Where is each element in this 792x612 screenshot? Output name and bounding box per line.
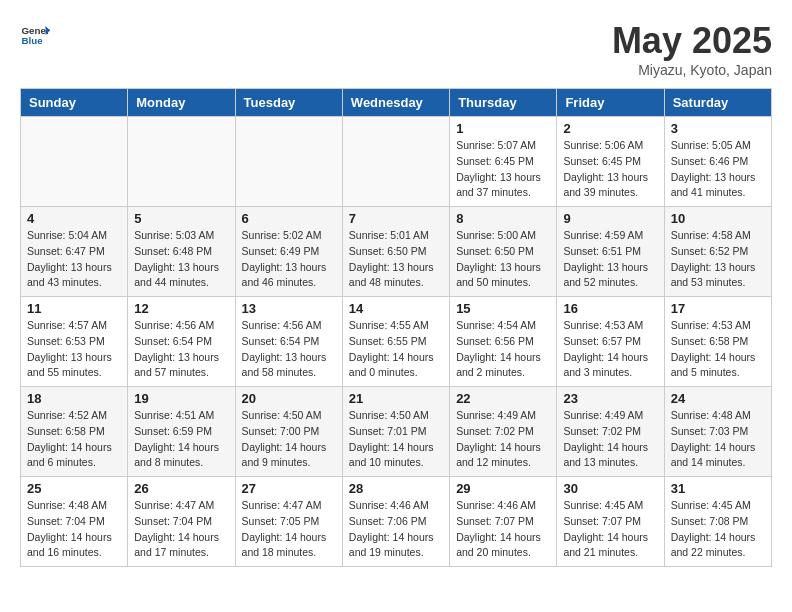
day-info: Sunrise: 5:07 AMSunset: 6:45 PMDaylight:… — [456, 138, 550, 201]
day-info: Sunrise: 4:50 AMSunset: 7:01 PMDaylight:… — [349, 408, 443, 471]
table-row — [128, 117, 235, 207]
day-number: 16 — [563, 301, 657, 316]
table-row: 29Sunrise: 4:46 AMSunset: 7:07 PMDayligh… — [450, 477, 557, 567]
calendar-week-row: 18Sunrise: 4:52 AMSunset: 6:58 PMDayligh… — [21, 387, 772, 477]
table-row: 26Sunrise: 4:47 AMSunset: 7:04 PMDayligh… — [128, 477, 235, 567]
calendar-table: Sunday Monday Tuesday Wednesday Thursday… — [20, 88, 772, 567]
svg-text:Blue: Blue — [22, 35, 44, 46]
calendar-week-row: 25Sunrise: 4:48 AMSunset: 7:04 PMDayligh… — [21, 477, 772, 567]
day-number: 18 — [27, 391, 121, 406]
table-row: 25Sunrise: 4:48 AMSunset: 7:04 PMDayligh… — [21, 477, 128, 567]
table-row: 22Sunrise: 4:49 AMSunset: 7:02 PMDayligh… — [450, 387, 557, 477]
logo: General Blue — [20, 20, 50, 50]
day-info: Sunrise: 4:56 AMSunset: 6:54 PMDaylight:… — [242, 318, 336, 381]
day-info: Sunrise: 4:48 AMSunset: 7:03 PMDaylight:… — [671, 408, 765, 471]
day-info: Sunrise: 4:54 AMSunset: 6:56 PMDaylight:… — [456, 318, 550, 381]
day-info: Sunrise: 4:51 AMSunset: 6:59 PMDaylight:… — [134, 408, 228, 471]
day-number: 13 — [242, 301, 336, 316]
day-number: 4 — [27, 211, 121, 226]
day-info: Sunrise: 5:00 AMSunset: 6:50 PMDaylight:… — [456, 228, 550, 291]
day-number: 10 — [671, 211, 765, 226]
day-number: 6 — [242, 211, 336, 226]
day-number: 31 — [671, 481, 765, 496]
table-row: 4Sunrise: 5:04 AMSunset: 6:47 PMDaylight… — [21, 207, 128, 297]
table-row: 17Sunrise: 4:53 AMSunset: 6:58 PMDayligh… — [664, 297, 771, 387]
day-number: 14 — [349, 301, 443, 316]
day-info: Sunrise: 4:56 AMSunset: 6:54 PMDaylight:… — [134, 318, 228, 381]
header-saturday: Saturday — [664, 89, 771, 117]
table-row: 21Sunrise: 4:50 AMSunset: 7:01 PMDayligh… — [342, 387, 449, 477]
day-number: 28 — [349, 481, 443, 496]
day-number: 9 — [563, 211, 657, 226]
day-info: Sunrise: 4:52 AMSunset: 6:58 PMDaylight:… — [27, 408, 121, 471]
table-row: 12Sunrise: 4:56 AMSunset: 6:54 PMDayligh… — [128, 297, 235, 387]
table-row — [21, 117, 128, 207]
day-number: 27 — [242, 481, 336, 496]
table-row: 31Sunrise: 4:45 AMSunset: 7:08 PMDayligh… — [664, 477, 771, 567]
table-row: 20Sunrise: 4:50 AMSunset: 7:00 PMDayligh… — [235, 387, 342, 477]
day-info: Sunrise: 5:04 AMSunset: 6:47 PMDaylight:… — [27, 228, 121, 291]
table-row: 27Sunrise: 4:47 AMSunset: 7:05 PMDayligh… — [235, 477, 342, 567]
day-info: Sunrise: 5:03 AMSunset: 6:48 PMDaylight:… — [134, 228, 228, 291]
table-row: 19Sunrise: 4:51 AMSunset: 6:59 PMDayligh… — [128, 387, 235, 477]
header: General Blue May 2025 Miyazu, Kyoto, Jap… — [20, 20, 772, 78]
table-row: 1Sunrise: 5:07 AMSunset: 6:45 PMDaylight… — [450, 117, 557, 207]
day-number: 15 — [456, 301, 550, 316]
logo-icon: General Blue — [20, 20, 50, 50]
table-row: 7Sunrise: 5:01 AMSunset: 6:50 PMDaylight… — [342, 207, 449, 297]
table-row: 24Sunrise: 4:48 AMSunset: 7:03 PMDayligh… — [664, 387, 771, 477]
day-number: 26 — [134, 481, 228, 496]
day-number: 12 — [134, 301, 228, 316]
day-info: Sunrise: 4:46 AMSunset: 7:07 PMDaylight:… — [456, 498, 550, 561]
calendar-subtitle: Miyazu, Kyoto, Japan — [612, 62, 772, 78]
day-number: 19 — [134, 391, 228, 406]
day-number: 25 — [27, 481, 121, 496]
header-wednesday: Wednesday — [342, 89, 449, 117]
day-number: 8 — [456, 211, 550, 226]
table-row: 5Sunrise: 5:03 AMSunset: 6:48 PMDaylight… — [128, 207, 235, 297]
table-row: 3Sunrise: 5:05 AMSunset: 6:46 PMDaylight… — [664, 117, 771, 207]
day-info: Sunrise: 4:47 AMSunset: 7:05 PMDaylight:… — [242, 498, 336, 561]
table-row — [235, 117, 342, 207]
calendar-week-row: 1Sunrise: 5:07 AMSunset: 6:45 PMDaylight… — [21, 117, 772, 207]
day-number: 23 — [563, 391, 657, 406]
day-number: 20 — [242, 391, 336, 406]
table-row: 9Sunrise: 4:59 AMSunset: 6:51 PMDaylight… — [557, 207, 664, 297]
header-monday: Monday — [128, 89, 235, 117]
day-info: Sunrise: 4:53 AMSunset: 6:57 PMDaylight:… — [563, 318, 657, 381]
table-row: 15Sunrise: 4:54 AMSunset: 6:56 PMDayligh… — [450, 297, 557, 387]
table-row — [342, 117, 449, 207]
day-number: 30 — [563, 481, 657, 496]
day-number: 2 — [563, 121, 657, 136]
calendar-week-row: 4Sunrise: 5:04 AMSunset: 6:47 PMDaylight… — [21, 207, 772, 297]
day-number: 11 — [27, 301, 121, 316]
table-row: 30Sunrise: 4:45 AMSunset: 7:07 PMDayligh… — [557, 477, 664, 567]
table-row: 10Sunrise: 4:58 AMSunset: 6:52 PMDayligh… — [664, 207, 771, 297]
day-number: 24 — [671, 391, 765, 406]
day-info: Sunrise: 5:06 AMSunset: 6:45 PMDaylight:… — [563, 138, 657, 201]
day-info: Sunrise: 4:58 AMSunset: 6:52 PMDaylight:… — [671, 228, 765, 291]
table-row: 23Sunrise: 4:49 AMSunset: 7:02 PMDayligh… — [557, 387, 664, 477]
table-row: 13Sunrise: 4:56 AMSunset: 6:54 PMDayligh… — [235, 297, 342, 387]
calendar-title: May 2025 — [612, 20, 772, 62]
day-info: Sunrise: 5:02 AMSunset: 6:49 PMDaylight:… — [242, 228, 336, 291]
calendar-header-row: Sunday Monday Tuesday Wednesday Thursday… — [21, 89, 772, 117]
day-number: 21 — [349, 391, 443, 406]
table-row: 6Sunrise: 5:02 AMSunset: 6:49 PMDaylight… — [235, 207, 342, 297]
table-row: 11Sunrise: 4:57 AMSunset: 6:53 PMDayligh… — [21, 297, 128, 387]
table-row: 18Sunrise: 4:52 AMSunset: 6:58 PMDayligh… — [21, 387, 128, 477]
table-row: 16Sunrise: 4:53 AMSunset: 6:57 PMDayligh… — [557, 297, 664, 387]
day-info: Sunrise: 4:53 AMSunset: 6:58 PMDaylight:… — [671, 318, 765, 381]
day-info: Sunrise: 5:01 AMSunset: 6:50 PMDaylight:… — [349, 228, 443, 291]
day-number: 5 — [134, 211, 228, 226]
table-row: 2Sunrise: 5:06 AMSunset: 6:45 PMDaylight… — [557, 117, 664, 207]
day-info: Sunrise: 4:46 AMSunset: 7:06 PMDaylight:… — [349, 498, 443, 561]
day-number: 17 — [671, 301, 765, 316]
calendar-week-row: 11Sunrise: 4:57 AMSunset: 6:53 PMDayligh… — [21, 297, 772, 387]
day-info: Sunrise: 4:48 AMSunset: 7:04 PMDaylight:… — [27, 498, 121, 561]
day-number: 7 — [349, 211, 443, 226]
title-area: May 2025 Miyazu, Kyoto, Japan — [612, 20, 772, 78]
header-friday: Friday — [557, 89, 664, 117]
day-info: Sunrise: 4:49 AMSunset: 7:02 PMDaylight:… — [563, 408, 657, 471]
day-info: Sunrise: 4:45 AMSunset: 7:08 PMDaylight:… — [671, 498, 765, 561]
